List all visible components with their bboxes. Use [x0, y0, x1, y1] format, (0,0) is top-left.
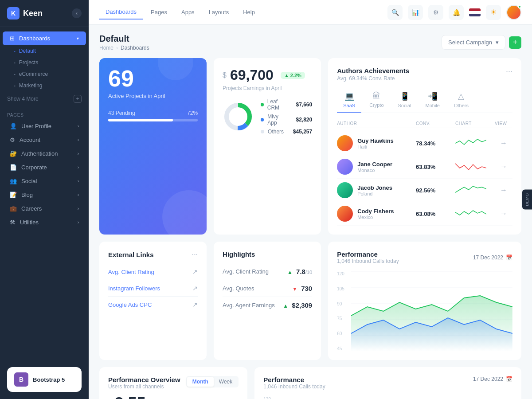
perf-right-sub: 1,046 Inbound Calls today: [337, 258, 399, 264]
dashboards-label: Dashboards: [19, 35, 50, 42]
tab-month[interactable]: Month: [187, 377, 214, 387]
topnav-apps[interactable]: Apps: [175, 5, 201, 19]
legend-item-mivy: Mivy App $2,820: [261, 113, 312, 126]
ext-links-header: External Links ···: [108, 250, 198, 258]
author-view-2[interactable]: →: [495, 186, 512, 194]
bootstrap-badge: B Bootstrap 5: [7, 367, 82, 392]
author-info-3: Cody Fishers Mexico: [337, 206, 416, 222]
sidebar-collapse-button[interactable]: ‹: [72, 8, 82, 18]
others-dot: [261, 130, 264, 133]
progress-bar: [108, 119, 198, 121]
tab-others[interactable]: △ Others: [448, 88, 475, 113]
settings-button[interactable]: ⚙: [428, 5, 443, 20]
author-tabs: 💻 SaaS 🏛 Crypto 📱 Social 📲 Mobile: [337, 88, 512, 113]
active-projects-number: 69: [108, 67, 198, 90]
author-info-0: Guy Hawkins Haiti: [337, 135, 416, 151]
earnings-label: Projects Earnings in April: [223, 85, 312, 91]
social-label: Social: [21, 178, 37, 184]
app-name: Keen: [23, 9, 43, 18]
campaign-select[interactable]: Select Campaign ▾: [442, 35, 505, 50]
tab-crypto[interactable]: 🏛 Crypto: [363, 88, 390, 113]
author-view-0[interactable]: →: [495, 139, 512, 147]
add-campaign-button[interactable]: +: [509, 36, 521, 49]
tab-mobile[interactable]: 📲 Mobile: [419, 88, 446, 113]
tab-saas[interactable]: 💻 SaaS: [337, 88, 361, 113]
authors-table-header: AUTHOR CONV. CHART VIEW: [337, 119, 512, 128]
author-avatar-0: [337, 135, 353, 151]
author-conv-0: 78.34%: [416, 140, 455, 147]
demo-sidebar[interactable]: DEMO: [522, 190, 532, 210]
saas-label: SaaS: [343, 103, 355, 108]
user-avatar[interactable]: [506, 5, 521, 20]
perf-title-area: Performance Overview Users from all chan…: [108, 376, 180, 390]
bootstrap-label: Bootstrap 5: [33, 376, 65, 383]
author-avatar-1: [337, 159, 353, 175]
theme-toggle[interactable]: ☀: [486, 5, 501, 20]
tab-social[interactable]: 📱 Social: [392, 88, 418, 113]
saas-icon: 💻: [344, 91, 354, 101]
author-row-3: Cody Fishers Mexico 63.08% →: [337, 202, 512, 226]
breadcrumb-home[interactable]: Home: [99, 45, 113, 51]
sidebar-item-utilities[interactable]: 🛠 Utilities ›: [3, 215, 86, 229]
sidebar-item-user-profile[interactable]: 👤 User Profile ›: [3, 119, 86, 133]
currency-symbol: $: [223, 71, 227, 79]
highlights-card: Highlights Avg. Client Rating ▲ 7.8/10 A…: [214, 242, 321, 360]
author-view-1[interactable]: →: [495, 163, 512, 171]
breadcrumb-current: Dashboards: [121, 45, 149, 51]
author-loc-3: Mexico: [357, 215, 394, 220]
ext-link-1[interactable]: Instagram Followers ↗: [108, 280, 198, 297]
notification-button[interactable]: 🔔: [449, 5, 464, 20]
dashboards-section: ⊞ Dashboards ▾ Default Projects eCommerc…: [0, 27, 89, 111]
active-projects-card: 69 Active Projects in April 43 Pending 7…: [99, 58, 207, 235]
perf-chart-title: Performance: [263, 376, 325, 383]
sidebar-item-blog[interactable]: 📝 Blog ›: [3, 188, 86, 202]
sub-item-label: Marketing: [19, 82, 43, 89]
perf-chart-sub: 1,046 Inbound Calls today: [263, 383, 325, 390]
sidebar-sub-item-ecommerce[interactable]: eCommerce: [0, 68, 89, 80]
tab-week[interactable]: Week: [214, 377, 238, 387]
show-more-button[interactable]: Show 4 More +: [0, 91, 89, 106]
external-links-card: External Links ··· Avg. Client Rating ↗ …: [99, 242, 207, 360]
highlight-label-2: Avg. Agent Earnings: [223, 302, 275, 309]
chevron-icon: ›: [78, 206, 79, 211]
topnav-pages[interactable]: Pages: [145, 5, 173, 19]
sidebar-item-careers[interactable]: 💼 Careers ›: [3, 202, 86, 215]
sidebar-item-authentication[interactable]: 🔐 Authentication ›: [3, 147, 86, 160]
ext-links-more[interactable]: ···: [192, 250, 198, 258]
topnav-layouts[interactable]: Layouts: [203, 5, 235, 19]
language-button[interactable]: [469, 8, 481, 16]
sidebar-item-account[interactable]: ⚙ Account ›: [3, 133, 86, 147]
ext-link-2[interactable]: Google Ads CPC ↗: [108, 297, 198, 313]
pending-row: 43 Pending 72%: [108, 110, 198, 121]
search-button[interactable]: 🔍: [387, 5, 403, 20]
topnav-dashboards[interactable]: Dashboards: [99, 5, 143, 20]
highlight-label-0: Avg. Client Rating: [223, 268, 269, 275]
chevron-icon: ›: [78, 151, 79, 156]
topnav-help[interactable]: Help: [237, 5, 261, 19]
sidebar-sub-item-marketing[interactable]: Marketing: [0, 80, 89, 91]
blog-icon: 📝: [10, 192, 17, 198]
sidebar-item-dashboards[interactable]: ⊞ Dashboards ▾: [3, 31, 86, 45]
chevron-icon: ›: [78, 179, 79, 184]
authors-more-button[interactable]: ···: [506, 67, 512, 76]
sidebar-item-corporate[interactable]: 📄 Corporate ›: [3, 160, 86, 174]
sidebar-sub-item-default[interactable]: Default: [0, 45, 89, 57]
chart-button[interactable]: 📊: [408, 5, 423, 20]
show-more-label: Show 4 More: [7, 96, 39, 102]
date-badge: 17 Dec 2022 📅: [473, 254, 512, 261]
author-info-2: Jacob Jones Poland: [337, 182, 416, 198]
social-icon: 👥: [10, 178, 17, 184]
ext-link-label-2: Google Ads CPC: [108, 301, 152, 308]
ext-link-0[interactable]: Avg. Client Rating ↗: [108, 264, 198, 280]
col-conv: CONV.: [416, 121, 455, 126]
donut-area: Leaf CRM $7,660 Mivy App $2,820 Others $…: [223, 98, 312, 135]
line-chart-area: 120 105 90 75 60 45: [337, 271, 512, 351]
author-details-1: Jane Cooper Monaco: [357, 161, 392, 173]
others-value: $45,257: [288, 129, 312, 135]
pages-section-label: PAGES: [0, 111, 89, 119]
add-icon[interactable]: +: [74, 95, 82, 103]
author-view-3[interactable]: →: [495, 210, 512, 218]
content-area: Default Home › Dashboards Select Campaig…: [89, 25, 532, 399]
sidebar-item-social[interactable]: 👥 Social ›: [3, 174, 86, 188]
sidebar-sub-item-projects[interactable]: Projects: [0, 57, 89, 68]
